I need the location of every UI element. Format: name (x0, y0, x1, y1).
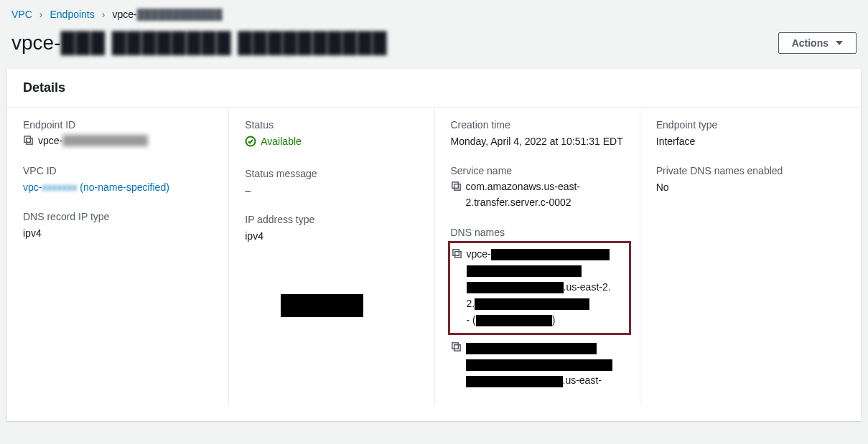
page-header: vpce-███ ████████ ██████████ Actions (0, 26, 868, 69)
actions-button[interactable]: Actions (778, 32, 857, 54)
breadcrumb-endpoints[interactable]: Endpoints (50, 9, 94, 20)
breadcrumb: VPC › Endpoints › vpce-████████████ (0, 0, 868, 26)
endpoint-type-value: Interface (656, 133, 834, 149)
dns-record-ip-type-label: DNS record IP type (23, 211, 217, 222)
svg-rect-0 (24, 136, 30, 142)
caret-down-icon (836, 41, 843, 45)
breadcrumb-vpc[interactable]: VPC (11, 9, 32, 20)
service-name-label: Service name (451, 165, 628, 176)
svg-rect-4 (454, 184, 459, 190)
dns-name-1: vpce- .us-east-2. 2. - () (467, 246, 611, 329)
vpc-id-link[interactable]: vpc-xxxxxxx (no-name-specified) (23, 181, 169, 193)
details-col-4: Endpoint type Interface Private DNS name… (640, 108, 845, 405)
status-message-label: Status message (245, 168, 422, 179)
creation-time-value: Monday, April 4, 2022 at 10:51:31 EDT (451, 133, 628, 149)
svg-rect-3 (452, 182, 457, 188)
dns-names-highlighted: vpce- .us-east-2. 2. - () (448, 241, 631, 335)
dns-names-label: DNS names (451, 227, 628, 238)
chevron-right-icon: › (39, 9, 43, 20)
status-message-value: – (245, 182, 422, 198)
dns-record-ip-type-value: ipv4 (23, 225, 217, 241)
svg-rect-7 (452, 343, 457, 349)
ip-address-type-value: ipv4 (245, 228, 422, 244)
svg-rect-1 (27, 138, 32, 144)
details-grid: Endpoint ID vpce-xxxxxxxxxxxxxxxxx VPC I… (7, 108, 861, 421)
copy-icon[interactable] (451, 181, 462, 192)
service-name-value: com.amazonaws.us-east-2.transfer.server.… (466, 179, 628, 210)
copy-icon[interactable] (452, 247, 462, 258)
breadcrumb-current: vpce-████████████ (112, 9, 222, 20)
status-value: Available (245, 133, 302, 149)
copy-icon[interactable] (451, 341, 462, 351)
chevron-right-icon: › (102, 9, 106, 20)
svg-rect-8 (454, 345, 459, 351)
vpc-id-label: VPC ID (23, 165, 217, 176)
endpoint-type-label: Endpoint type (656, 119, 834, 131)
copy-icon[interactable] (23, 135, 34, 146)
details-card: Details Endpoint ID vpce-xxxxxxxxxxxxxxx… (7, 69, 861, 421)
endpoint-id-value: vpce-xxxxxxxxxxxxxxxxx (38, 133, 148, 149)
status-label: Status (245, 119, 422, 131)
creation-time-label: Creation time (451, 119, 628, 131)
card-title: Details (23, 80, 845, 95)
check-circle-icon (245, 136, 256, 147)
svg-rect-5 (452, 250, 458, 255)
private-dns-label: Private DNS names enabled (656, 165, 834, 176)
endpoint-id-label: Endpoint ID (23, 119, 217, 131)
private-dns-value: No (656, 179, 834, 195)
ip-address-type-label: IP address type (245, 214, 422, 225)
details-col-2: Status Available Status message – IP add… (228, 108, 434, 405)
details-col-3: Creation time Monday, April 4, 2022 at 1… (434, 108, 640, 405)
dns-name-2: .us-east- (466, 339, 612, 389)
page-title: vpce-███ ████████ ██████████ (11, 32, 388, 55)
svg-rect-6 (454, 251, 460, 257)
card-header: Details (7, 69, 861, 108)
redacted-block (281, 294, 363, 317)
details-col-1: Endpoint ID vpce-xxxxxxxxxxxxxxxxx VPC I… (23, 108, 228, 405)
